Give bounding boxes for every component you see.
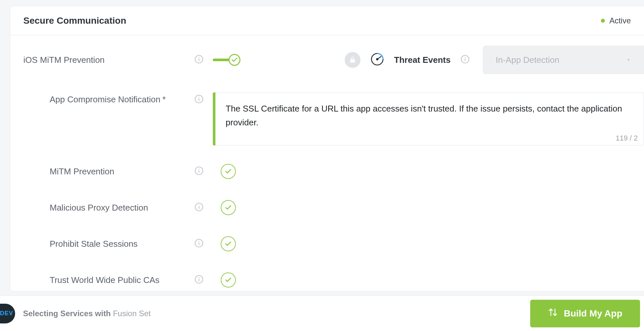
status-dot-icon <box>601 19 605 23</box>
footer-bar: DEV Selecting Services with Fusion Set B… <box>0 295 644 331</box>
setting-toggle-checked[interactable] <box>221 164 236 179</box>
sub-setting-row: Trust World Wide Public CAs <box>10 262 644 292</box>
info-icon[interactable] <box>194 239 204 249</box>
dev-badge: DEV <box>0 304 15 323</box>
setting-label: Malicious Proxy Detection <box>50 203 148 213</box>
sub-setting-row: Prohibit Stale Sessions <box>10 226 644 262</box>
secure-communication-card: Secure Communication Active iOS MiTM Pre… <box>10 6 644 292</box>
setting-toggle-checked[interactable] <box>221 200 236 215</box>
lock-icon <box>345 52 360 68</box>
main-feature-row: iOS MiTM Prevention <box>10 46 644 74</box>
svg-point-17 <box>199 205 199 205</box>
threat-scope-icon <box>370 52 384 67</box>
app-compromise-notification-row: App Compromise Notification* The SSL Cer… <box>10 87 644 145</box>
chevron-down-icon <box>626 55 632 65</box>
textbox-accent-bar <box>213 92 215 145</box>
setting-toggle-checked[interactable] <box>221 272 236 288</box>
svg-point-8 <box>465 57 465 58</box>
svg-point-2 <box>199 57 199 58</box>
card-body: iOS MiTM Prevention <box>10 35 644 292</box>
setting-toggle-checked[interactable] <box>221 236 236 251</box>
info-icon[interactable] <box>194 94 204 105</box>
threat-events-label: Threat Events <box>394 55 451 65</box>
main-feature-name: iOS MiTM Prevention <box>23 55 105 65</box>
card-title: Secure Communication <box>23 15 126 26</box>
detection-mode-dropdown[interactable]: In-App Detection <box>483 46 644 74</box>
svg-point-23 <box>199 277 199 278</box>
svg-point-14 <box>199 168 199 169</box>
info-icon[interactable] <box>194 202 204 213</box>
notification-text-input[interactable]: The SSL Certificate for a URL this app a… <box>213 92 644 145</box>
char-counter: 119 / 2 <box>616 134 640 142</box>
dropdown-selected-value: In-App Detection <box>496 55 559 65</box>
setting-label: MiTM Prevention <box>50 166 114 176</box>
info-icon[interactable] <box>194 166 204 177</box>
threat-events-cluster: Threat Events <box>345 52 483 68</box>
setting-label: Trust World Wide Public CAs <box>50 275 160 285</box>
info-icon[interactable] <box>194 55 204 65</box>
build-my-app-button[interactable]: Build My App <box>530 300 640 327</box>
svg-line-5 <box>377 56 381 59</box>
footer-status-text: Selecting Services with Fusion Set <box>23 309 151 318</box>
status-label: Active <box>609 16 631 25</box>
notification-text-value: The SSL Certificate for a URL this app a… <box>226 102 633 129</box>
required-mark: * <box>162 94 166 104</box>
svg-point-20 <box>199 241 199 242</box>
build-button-label: Build My App <box>564 308 622 319</box>
setting-label: App Compromise Notification* <box>50 94 166 104</box>
status-badge: Active <box>601 16 631 25</box>
build-icon <box>548 307 558 319</box>
setting-label: Prohibit Stale Sessions <box>50 239 137 249</box>
main-feature-toggle[interactable] <box>213 53 244 66</box>
card-header: Secure Communication Active <box>10 6 644 35</box>
info-icon[interactable] <box>460 55 470 65</box>
sub-setting-row: Malicious Proxy Detection <box>10 190 644 226</box>
svg-point-11 <box>199 97 199 97</box>
info-icon[interactable] <box>194 275 204 285</box>
sub-setting-row: MiTM Prevention <box>10 153 644 190</box>
